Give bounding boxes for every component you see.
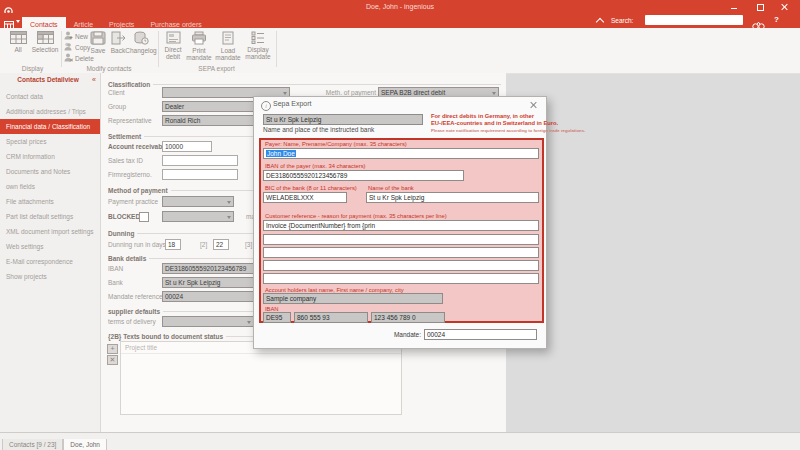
texts-listbox[interactable]: Project title: [120, 341, 402, 415]
dialog-title: Sepa Export: [273, 100, 312, 107]
sidebar-title: Contacts Detailview: [4, 76, 92, 83]
sidebar-item-special-prices[interactable]: Special prices: [0, 134, 100, 149]
maximize-button[interactable]: [754, 2, 766, 11]
sidebar-item-additional-addresses[interactable]: Additional addresses / Trips: [0, 104, 100, 119]
sidebar-item-xml-import-settings[interactable]: XML document import settings: [0, 224, 100, 239]
minimize-button[interactable]: [728, 2, 740, 11]
window-title: Doe, John - ingenious: [0, 0, 800, 13]
database-clock-icon: [133, 31, 149, 46]
status-bar: Contacts [9 / 23]Doe, John: [0, 432, 800, 450]
display-mandate-button[interactable]: Display mandate: [244, 31, 272, 60]
changelog-button[interactable]: Changelog: [126, 31, 156, 54]
account-holder-field[interactable]: Sample company: [263, 293, 443, 304]
iban-account-field[interactable]: 123 456 789 0: [371, 312, 445, 323]
remove-text-button[interactable]: ✕: [107, 355, 118, 365]
bank-name-input[interactable]: St u Kr Spk Leipzig: [366, 192, 539, 203]
group-label-modify-contacts: Modify contacts: [62, 65, 156, 72]
chevron-down-icon: [492, 92, 496, 95]
all-button[interactable]: All: [6, 31, 30, 53]
back-icon: [110, 31, 126, 46]
mandate-reference-label: Mandate reference: [108, 291, 163, 302]
bic-label: BIC of the bank (8 or 11 characters): [265, 185, 357, 191]
terms-of-delivery-label: terms of delivery: [108, 316, 156, 327]
sidebar-item-contact-data[interactable]: Contact data: [0, 89, 100, 104]
copy-button[interactable]: Copy: [64, 42, 90, 52]
blocked-checkbox[interactable]: [139, 212, 149, 222]
reference-line-5-input[interactable]: [263, 273, 539, 284]
reference-line-3-input[interactable]: [263, 247, 539, 258]
sidebar-item-own-fields[interactable]: own fields: [0, 179, 100, 194]
person-delete-icon: [64, 53, 73, 63]
app-menu-arrow-icon: [16, 20, 20, 23]
payment-practice-label: Payment practice: [108, 196, 158, 207]
collapse-ribbon-icon[interactable]: [596, 18, 604, 26]
status-tab-doe-john[interactable]: Doe, John: [63, 439, 107, 450]
sales-tax-field[interactable]: [162, 155, 238, 166]
checklist-icon: [251, 31, 265, 45]
document-icon: [221, 31, 235, 46]
sidebar-item-crm-information[interactable]: CRM information: [0, 149, 100, 164]
sidebar: Contacts Detailview « Contact data Addit…: [0, 73, 101, 432]
direct-debit-button[interactable]: Direct debit: [161, 31, 185, 60]
dunning-days-2-field[interactable]: 22: [213, 239, 229, 250]
chevron-down-icon: [227, 216, 231, 219]
customer-reference-input[interactable]: Invoice {DocumentNumber} from {prin: [263, 220, 539, 231]
save-button[interactable]: Save: [88, 31, 108, 54]
sidebar-item-email-correspondence[interactable]: E-Mail correspondence: [0, 254, 100, 269]
close-button[interactable]: [779, 2, 791, 11]
sidebar-item-web-settings[interactable]: Web settings: [0, 239, 100, 254]
iban-country-field[interactable]: DE95: [263, 312, 291, 323]
status-tab-contacts[interactable]: Contacts [9 / 23]: [2, 439, 63, 450]
account-receivable-field[interactable]: 10000: [162, 141, 212, 152]
instructed-bank-label: Name and place of the instructed bank: [263, 126, 374, 133]
collapse-sidebar-icon[interactable]: «: [92, 76, 96, 83]
instructed-bank-field[interactable]: St u Kr Spk Leipzig: [263, 114, 423, 125]
account-receivable-label: Account receivable: [108, 141, 168, 152]
bank-name-label: Name of the bank: [368, 185, 414, 191]
bic-input[interactable]: WELADE8LXXX: [263, 192, 347, 203]
delete-button[interactable]: Delete: [64, 53, 94, 63]
payer-input[interactable]: John Doe: [263, 148, 539, 159]
sepa-export-dialog: i Sepa Export St u Kr Spk Leipzig Name a…: [253, 96, 547, 349]
person-add-icon: [64, 31, 73, 41]
dunning-days-1-field[interactable]: 18: [165, 239, 181, 250]
person-copy-icon: [64, 42, 73, 52]
terms-of-delivery-dropdown[interactable]: [162, 316, 254, 327]
selection-button[interactable]: Selection: [31, 31, 59, 53]
direct-debit-icon: [166, 31, 181, 45]
sidebar-item-documents-notes[interactable]: Documents and Notes: [0, 164, 100, 179]
register-no-field[interactable]: [162, 169, 238, 180]
print-mandate-button[interactable]: Print mandate: [186, 31, 212, 61]
payment-practice-dropdown[interactable]: [162, 196, 234, 207]
mandate-label: Mandate:: [374, 331, 421, 338]
chevron-down-icon: [283, 92, 287, 95]
chevron-down-icon: [247, 321, 251, 324]
mandate-input[interactable]: 00024: [424, 329, 537, 340]
table-icon: [10, 31, 27, 45]
sidebar-item-part-list-defaults[interactable]: Part list default settings: [0, 209, 100, 224]
sidebar-item-financial-data[interactable]: Financial data / Classification: [0, 119, 100, 134]
reference-line-4-input[interactable]: [263, 260, 539, 271]
reference-line-2-input[interactable]: [263, 234, 539, 245]
payer-iban-input[interactable]: DE31860555920123456789: [263, 170, 464, 181]
floppy-icon: [90, 31, 106, 46]
group-label-display: Display: [6, 65, 59, 72]
search-label: Search:: [611, 17, 633, 24]
search-input[interactable]: [645, 15, 743, 25]
add-text-button[interactable]: +: [107, 344, 118, 354]
load-mandate-button[interactable]: Load mandate: [212, 31, 244, 61]
ribbon-tab-row: ContactsArticleProjectsPurchase orders S…: [0, 13, 800, 28]
sidebar-item-file-attachments[interactable]: File attachments: [0, 194, 100, 209]
group-label-sepa-export: SEPA export: [161, 65, 272, 72]
sidebar-item-show-projects[interactable]: Show projects: [0, 269, 100, 284]
help-icon[interactable]: ?: [774, 15, 779, 24]
dunning-3-label: [3]: [245, 239, 252, 250]
new-button[interactable]: New: [64, 31, 88, 41]
dialog-close-icon[interactable]: [529, 101, 538, 110]
selected-text: John Doe: [266, 150, 296, 157]
blocked-dropdown[interactable]: [162, 211, 234, 222]
chevron-down-icon: [227, 201, 231, 204]
iban-bank-code-field[interactable]: 860 555 93: [294, 312, 368, 323]
bank-label: Bank: [108, 277, 123, 288]
group-label: Group: [108, 101, 126, 112]
